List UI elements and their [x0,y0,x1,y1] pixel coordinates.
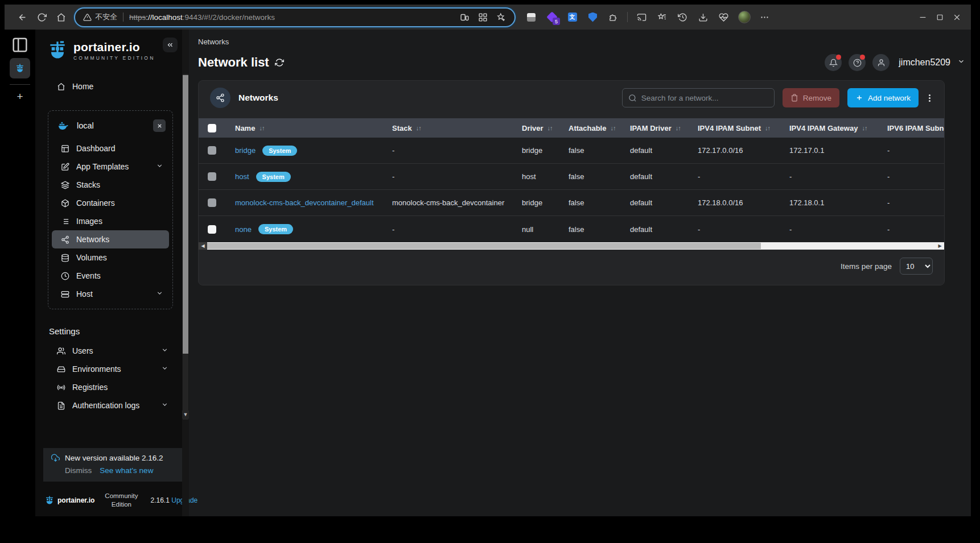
row-checkbox[interactable] [208,225,216,234]
home-icon [57,82,65,91]
row-checkbox[interactable] [208,172,216,181]
close-button[interactable] [948,8,965,26]
panel-menu-button[interactable] [927,93,933,103]
cell-ipam_driver: default [630,172,698,181]
downloads-button[interactable] [694,9,712,26]
sidebar-item-app-templates[interactable]: App Templates [52,157,169,176]
back-button[interactable] [13,8,32,26]
cast-button[interactable] [633,9,650,26]
column-header-driver[interactable]: Driver↓↑ [522,124,569,132]
address-divider [123,13,123,22]
column-header-attachable[interactable]: Attachable↓↑ [569,124,630,132]
refresh-button[interactable] [32,8,51,26]
page-title-text: Network list [198,55,269,70]
scroll-left-arrow[interactable]: ◀ [199,242,207,250]
scrollbar-thumb[interactable] [183,75,188,354]
browser-menu-button[interactable] [756,9,773,26]
notifications-button[interactable] [825,54,842,71]
new-tab-button[interactable]: + [17,90,23,103]
workspaces-button[interactable] [475,10,491,24]
extensions-menu-button[interactable] [604,9,622,26]
sidebar-item-stacks[interactable]: Stacks [52,176,169,194]
home-icon [56,13,66,22]
chevron-down-icon [156,162,163,171]
sidebar-item-networks[interactable]: Networks [52,230,169,248]
breadcrumb[interactable]: Networks [198,38,971,46]
user-menu-avatar[interactable] [872,54,890,71]
active-tab-portainer[interactable] [10,58,30,78]
select-all-checkbox[interactable] [208,124,216,132]
environment-close-button[interactable] [153,119,166,132]
environment-header[interactable]: local [52,115,169,136]
dismiss-link[interactable]: Dismiss [65,466,92,475]
items-per-page-select[interactable]: 10 [900,258,933,275]
url-text[interactable]: https://localhost:9443/#!/2/docker/netwo… [129,13,456,22]
split-screen-button[interactable] [456,10,472,24]
help-dot [860,55,865,60]
hscrollbar-thumb[interactable] [207,243,761,249]
column-header-ipv4_subnet[interactable]: IPV4 IPAM Subnet↓↑ [698,124,789,132]
network-name-link[interactable]: bridge [235,146,256,155]
column-header-ipam_driver[interactable]: IPAM Driver↓↑ [630,124,698,132]
address-bar[interactable]: 不安全 https://localhost:9443/#!/2/docker/n… [75,9,514,26]
sidebar-item-authentication-logs[interactable]: Authentication logs [48,396,174,414]
username[interactable]: jimchen5209 [899,57,950,68]
help-button[interactable] [849,54,866,71]
purple-extension[interactable]: 5 [543,9,561,26]
row-checkbox[interactable] [208,146,216,155]
row-checkbox[interactable] [208,198,216,207]
cell-ipv6_subnet: - [887,225,944,234]
cell-value: default [630,172,652,181]
sidebar-item-images[interactable]: Images [52,212,169,230]
add-network-button[interactable]: Add network [847,88,919,107]
sidebar-item-events[interactable]: Events [52,267,169,285]
refresh-icon[interactable] [275,58,284,67]
sidebar-scrollbar[interactable]: ▼ [182,30,189,516]
adblock-extension[interactable] [584,9,602,26]
address-bar-actions [456,10,509,24]
browser-essentials-button[interactable] [715,9,732,26]
sidebar-item-environments[interactable]: Environments [48,360,174,378]
column-header-ipv6_subnet[interactable]: IPV6 IPAM Subnet↓↑ [887,124,944,132]
see-whats-new-link[interactable]: See what's new [100,466,153,475]
favorites-button[interactable] [653,9,671,26]
home-button[interactable] [51,8,71,26]
maximize-button[interactable] [931,8,948,26]
cell-value: - [698,172,700,181]
translate-extension[interactable]: 文 [563,9,581,26]
profile-button[interactable] [735,9,753,26]
sidebar-collapse-button[interactable] [163,38,178,52]
column-header-stack[interactable]: Stack↓↑ [392,124,522,132]
hscrollbar-track[interactable] [207,242,936,250]
network-name-link[interactable]: host [235,172,249,181]
sidebar-item-volumes[interactable]: Volumes [52,248,169,267]
minimize-button[interactable] [914,8,931,26]
search-box[interactable] [622,88,775,107]
column-header-name[interactable]: Name↓↑ [235,124,392,132]
sidebar-item-home[interactable]: Home [48,77,174,96]
search-input[interactable] [641,94,768,102]
tab-actions-button[interactable] [10,36,30,53]
remove-button[interactable]: Remove [783,88,839,107]
sidebar-item-users[interactable]: Users [48,342,174,360]
user-menu-chevron[interactable] [957,57,965,68]
sidebar-item-host[interactable]: Host [52,285,169,303]
history-button[interactable] [674,9,691,26]
column-header-ipv4_gateway[interactable]: IPV4 IPAM Gateway↓↑ [789,124,887,132]
add-favorite-button[interactable] [493,10,509,24]
horizontal-scrollbar[interactable]: ◀ ▶ [199,242,944,250]
cell-driver: bridge [522,146,569,155]
network-name-link[interactable]: none [235,225,252,234]
translate-icon: 文 [568,13,577,22]
sidebar-item-registries[interactable]: Registries [48,378,174,396]
reading-list-extension[interactable] [522,9,540,26]
close-icon [952,13,962,22]
sidebar-item-containers[interactable]: Containers [52,194,169,212]
site-security-indicator[interactable]: 不安全 [83,12,117,22]
scrollbar-down-arrow[interactable]: ▼ [182,411,189,418]
sidebar-item-dashboard[interactable]: Dashboard [52,139,169,157]
remove-button-label: Remove [803,94,831,102]
scroll-right-arrow[interactable]: ▶ [936,242,944,250]
users-icon [57,347,65,355]
network-name-link[interactable]: monolock-cms-back_devcontainer_default [235,198,374,207]
